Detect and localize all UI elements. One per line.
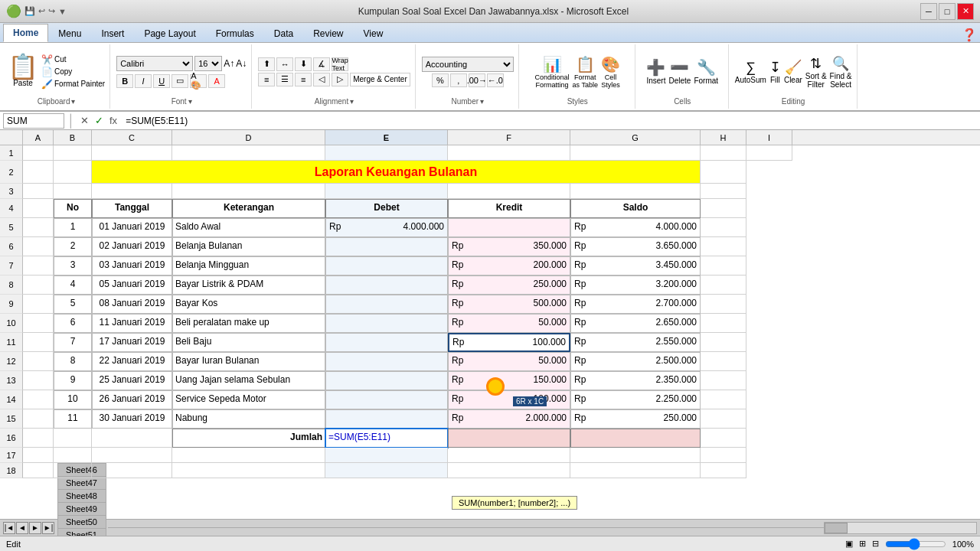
cell-ket-11[interactable]: Beli Baju bbox=[172, 333, 325, 352]
cell-ket-15[interactable]: Nabung bbox=[172, 409, 325, 429]
cell-g17[interactable] bbox=[570, 448, 701, 463]
sort-filter-button[interactable]: ⇅ Sort &Filter bbox=[805, 55, 827, 89]
cell-a6[interactable] bbox=[23, 237, 54, 256]
cell-h17[interactable] bbox=[701, 448, 746, 463]
cell-kredit-8[interactable]: Rp250.000 bbox=[448, 276, 570, 295]
font-expand-icon[interactable]: ▾ bbox=[188, 97, 192, 106]
cell-b18[interactable] bbox=[54, 463, 92, 478]
cell-no-15[interactable]: 11 bbox=[54, 409, 92, 429]
cell-ket-7[interactable]: Belanja Mingguan bbox=[172, 256, 325, 276]
cell-a11[interactable] bbox=[23, 333, 54, 352]
cell-c-total[interactable] bbox=[92, 429, 172, 448]
cell-saldo-12[interactable]: Rp2.500.000 bbox=[570, 352, 701, 371]
restore-button[interactable]: □ bbox=[939, 3, 956, 20]
cell-ket-6[interactable]: Belanja Bulanan bbox=[172, 237, 325, 256]
cell-h10[interactable] bbox=[701, 314, 746, 333]
cell-no-9[interactable]: 5 bbox=[54, 295, 92, 314]
wrap-text-button[interactable]: Wrap Text bbox=[332, 57, 348, 71]
cell-a7[interactable] bbox=[23, 256, 54, 276]
cell-h8[interactable] bbox=[701, 276, 746, 295]
copy-button[interactable]: 📄 Copy bbox=[41, 67, 105, 77]
cell-ket-8[interactable]: Bayar Listrik & PDAM bbox=[172, 276, 325, 295]
cell-saldo-11[interactable]: Rp2.550.000 bbox=[570, 333, 701, 352]
text-angle-button[interactable]: ∡ bbox=[313, 57, 330, 71]
cell-no-header[interactable]: No bbox=[54, 199, 92, 218]
cell-h2[interactable] bbox=[701, 161, 746, 184]
cell-d18[interactable] bbox=[172, 463, 325, 478]
cell-h1[interactable] bbox=[701, 145, 746, 161]
cell-no-5[interactable]: 1 bbox=[54, 218, 92, 237]
cell-a4[interactable] bbox=[23, 199, 54, 218]
tab-menu[interactable]: Menu bbox=[48, 24, 91, 42]
italic-button[interactable]: I bbox=[135, 74, 152, 88]
delete-button[interactable]: ➖ Delete bbox=[668, 58, 691, 85]
cell-kredit-14[interactable]: Rp100.000 bbox=[448, 390, 570, 409]
cell-saldo-15[interactable]: Rp250.000 bbox=[570, 409, 701, 429]
cell-tanggal-7[interactable]: 03 Januari 2019 bbox=[92, 256, 172, 276]
cell-f1[interactable] bbox=[448, 145, 570, 161]
col-header-i[interactable]: I bbox=[746, 130, 792, 145]
cell-h9[interactable] bbox=[701, 295, 746, 314]
page-layout-icon[interactable]: ⊞ bbox=[859, 539, 866, 549]
cell-kredit-12[interactable]: Rp50.000 bbox=[448, 352, 570, 371]
cell-debet-header[interactable]: Debet bbox=[325, 199, 448, 218]
cell-a12[interactable] bbox=[23, 352, 54, 371]
cell-h11[interactable] bbox=[701, 333, 746, 352]
cell-ket-10[interactable]: Beli peralatan make up bbox=[172, 314, 325, 333]
cell-saldo-14[interactable]: Rp2.250.000 bbox=[570, 390, 701, 409]
name-box[interactable] bbox=[3, 113, 64, 129]
alignment-expand-icon[interactable]: ▾ bbox=[350, 97, 354, 106]
cell-no-7[interactable]: 3 bbox=[54, 256, 92, 276]
cell-kredit-9[interactable]: Rp500.000 bbox=[448, 295, 570, 314]
cell-ket-12[interactable]: Bayar Iuran Bulanan bbox=[172, 352, 325, 371]
cell-tanggal-9[interactable]: 08 Januari 2019 bbox=[92, 295, 172, 314]
cell-c17[interactable] bbox=[92, 448, 172, 463]
cell-tanggal-11[interactable]: 17 Januari 2019 bbox=[92, 333, 172, 352]
cell-g1[interactable] bbox=[570, 145, 701, 161]
cell-debet-5[interactable]: Rp4.000.000 bbox=[325, 218, 448, 237]
align-left-button[interactable]: ≡ bbox=[258, 73, 275, 86]
cell-c18[interactable] bbox=[92, 463, 172, 478]
clipboard-expand-icon[interactable]: ▾ bbox=[71, 97, 75, 106]
cell-ket-13[interactable]: Uang Jajan selama Sebulan bbox=[172, 371, 325, 390]
quick-access-dropdown[interactable]: ▼ bbox=[58, 7, 67, 16]
decrease-indent-button[interactable]: ◁ bbox=[313, 73, 330, 86]
sheet-nav-first[interactable]: |◄ bbox=[3, 522, 15, 534]
cell-tanggal-8[interactable]: 05 Januari 2019 bbox=[92, 276, 172, 295]
font-name-select[interactable]: Calibri bbox=[116, 56, 193, 71]
sheet-nav-last[interactable]: ►| bbox=[42, 522, 54, 534]
format-button[interactable]: 🔧 Format bbox=[694, 58, 718, 85]
quick-access-save[interactable]: 💾 bbox=[24, 6, 35, 16]
bold-button[interactable]: B bbox=[116, 74, 133, 88]
cell-g3[interactable] bbox=[570, 184, 701, 199]
cell-ket-5[interactable]: Saldo Awal bbox=[172, 218, 325, 237]
cell-a14[interactable] bbox=[23, 390, 54, 409]
cell-a13[interactable] bbox=[23, 371, 54, 390]
increase-indent-button[interactable]: ▷ bbox=[332, 73, 348, 86]
cell-i1[interactable] bbox=[746, 145, 792, 161]
font-size-increase-button[interactable]: A↑ bbox=[224, 58, 234, 69]
cell-no-13[interactable]: 9 bbox=[54, 371, 92, 390]
cell-d17[interactable] bbox=[172, 448, 325, 463]
fill-color-button[interactable]: A🎨 bbox=[190, 74, 207, 88]
cell-no-12[interactable]: 8 bbox=[54, 352, 92, 371]
scroll-thumb[interactable] bbox=[825, 523, 848, 533]
cell-f3[interactable] bbox=[448, 184, 570, 199]
col-header-g[interactable]: G bbox=[570, 130, 701, 145]
cell-saldo-8[interactable]: Rp3.200.000 bbox=[570, 276, 701, 295]
find-select-button[interactable]: 🔍 Find &Select bbox=[830, 55, 852, 89]
cell-a-total[interactable] bbox=[23, 429, 54, 448]
cell-kredit-11[interactable]: Rp100.000 bbox=[448, 333, 570, 352]
insert-button[interactable]: ➕ Insert bbox=[646, 58, 665, 85]
cell-styles-button[interactable]: 🎨 CellStyles bbox=[601, 55, 620, 89]
formula-function-button[interactable]: fx bbox=[107, 115, 119, 126]
number-expand-icon[interactable]: ▾ bbox=[480, 97, 484, 106]
cell-tanggal-header[interactable]: Tanggal bbox=[92, 199, 172, 218]
cell-e3[interactable] bbox=[325, 184, 448, 199]
cell-h-total[interactable] bbox=[701, 429, 746, 448]
paste-button[interactable]: 📋 Paste bbox=[8, 54, 38, 87]
cell-keterangan-header[interactable]: Keterangan bbox=[172, 199, 325, 218]
col-header-b[interactable]: B bbox=[54, 130, 92, 145]
cell-c3[interactable] bbox=[92, 184, 172, 199]
cell-debet-8[interactable] bbox=[325, 276, 448, 295]
